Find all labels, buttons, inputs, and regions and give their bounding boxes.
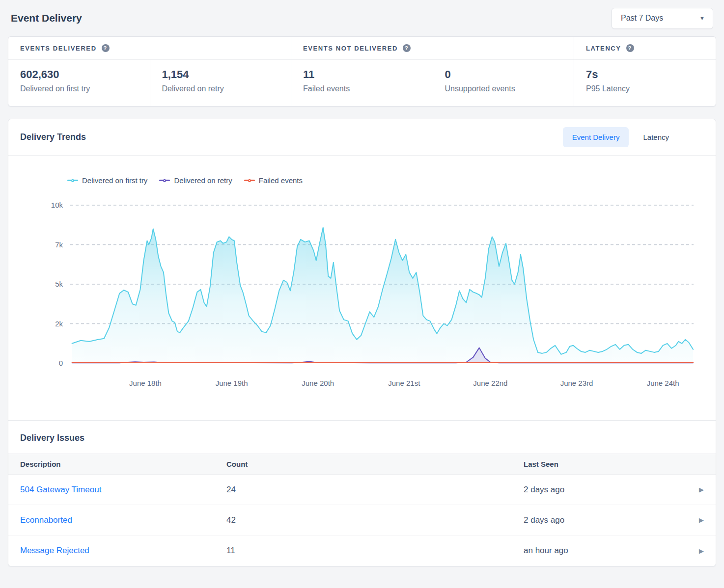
help-icon[interactable]: ? bbox=[626, 44, 634, 52]
issue-last-seen: an hour ago bbox=[524, 546, 676, 556]
x-axis-tick: June 21st bbox=[388, 379, 420, 387]
x-axis-tick: June 24th bbox=[647, 379, 679, 387]
issue-link[interactable]: 504 Gateway Timeout bbox=[20, 485, 101, 494]
date-range-value: Past 7 Days bbox=[621, 14, 663, 23]
issue-count: 24 bbox=[226, 485, 524, 495]
metric-label: Delivered on retry bbox=[162, 84, 279, 93]
stat-group-header: EVENTS NOT DELIVERED ? bbox=[291, 37, 574, 60]
issue-last-seen: 2 days ago bbox=[524, 515, 676, 525]
stat-group-label: EVENTS DELIVERED bbox=[20, 45, 97, 52]
delivery-trends-card: Delivery Trends Event Delivery Latency D… bbox=[8, 119, 716, 566]
stat-group-latency: LATENCY ? 7s P95 Latency bbox=[574, 37, 716, 106]
y-axis-tick: 5k bbox=[55, 280, 63, 288]
issues-table-header: Description Count Last Seen bbox=[8, 454, 716, 475]
stat-group-header: LATENCY ? bbox=[574, 37, 716, 60]
legend-marker-icon bbox=[244, 177, 255, 184]
chevron-right-icon[interactable]: ▶ bbox=[676, 486, 704, 493]
delivery-issues-title: Delivery Issues bbox=[8, 421, 716, 454]
legend-item-delivered-retry[interactable]: Delivered on retry bbox=[159, 176, 232, 185]
y-axis-tick: 2k bbox=[55, 320, 63, 328]
series-area-0 bbox=[72, 228, 693, 363]
metric-value: 7s bbox=[586, 68, 704, 81]
x-axis-tick: June 23rd bbox=[560, 379, 593, 387]
stat-metrics: 11 Failed events 0 Unsupported events bbox=[291, 60, 574, 106]
metric-value: 1,154 bbox=[162, 68, 279, 81]
column-header-count: Count bbox=[226, 460, 524, 468]
delivery-trends-header: Delivery Trends Event Delivery Latency bbox=[8, 119, 716, 156]
help-icon[interactable]: ? bbox=[403, 44, 411, 52]
stat-group-events-delivered: EVENTS DELIVERED ? 602,630 Delivered on … bbox=[8, 37, 291, 106]
y-axis-tick: 10k bbox=[51, 201, 63, 209]
issue-link[interactable]: Message Rejected bbox=[20, 546, 89, 555]
chart-area: 02k5k7k10kJune 18thJune 19thJune 20thJun… bbox=[8, 187, 716, 420]
stat-group-header: EVENTS DELIVERED ? bbox=[8, 37, 291, 60]
metric-failed-events: 11 Failed events bbox=[291, 60, 433, 106]
table-row[interactable]: Econnaborted 42 2 days ago ▶ bbox=[8, 505, 716, 535]
x-axis-tick: June 18th bbox=[129, 379, 162, 387]
page-header: Event Delivery Past 7 Days ▼ bbox=[8, 0, 716, 30]
legend-marker-icon bbox=[67, 177, 78, 184]
issue-count: 42 bbox=[226, 515, 524, 525]
metric-label: P95 Latency bbox=[586, 84, 704, 93]
legend-item-failed-events[interactable]: Failed events bbox=[244, 176, 303, 185]
issue-last-seen: 2 days ago bbox=[524, 485, 676, 495]
chevron-right-icon[interactable]: ▶ bbox=[676, 547, 704, 555]
stat-metrics: 7s P95 Latency bbox=[574, 60, 716, 106]
issue-link[interactable]: Econnaborted bbox=[20, 515, 72, 525]
metric-label: Failed events bbox=[303, 84, 421, 93]
table-row[interactable]: 504 Gateway Timeout 24 2 days ago ▶ bbox=[8, 475, 716, 505]
trends-tabs: Event Delivery Latency bbox=[563, 127, 678, 147]
table-row[interactable]: Message Rejected 11 an hour ago ▶ bbox=[8, 535, 716, 566]
x-axis-tick: June 19th bbox=[216, 379, 248, 387]
metric-unsupported-events: 0 Unsupported events bbox=[433, 60, 574, 106]
page-title: Event Delivery bbox=[11, 12, 82, 24]
tab-latency[interactable]: Latency bbox=[634, 127, 678, 147]
metric-p95-latency: 7s P95 Latency bbox=[574, 60, 716, 106]
issue-count: 11 bbox=[226, 546, 524, 556]
stat-metrics: 602,630 Delivered on first try 1,154 Del… bbox=[8, 60, 291, 106]
stat-group-label: LATENCY bbox=[586, 45, 621, 52]
help-icon[interactable]: ? bbox=[102, 44, 110, 52]
chevron-down-icon: ▼ bbox=[699, 15, 705, 21]
stat-group-label: EVENTS NOT DELIVERED bbox=[303, 45, 398, 52]
x-axis-tick: June 22nd bbox=[473, 379, 507, 387]
legend-label: Failed events bbox=[259, 176, 303, 185]
legend-label: Delivered on retry bbox=[174, 176, 232, 185]
y-axis-tick: 0 bbox=[59, 359, 63, 367]
y-axis-tick: 7k bbox=[55, 241, 63, 249]
chevron-right-icon[interactable]: ▶ bbox=[676, 516, 704, 524]
metric-delivered-retry: 1,154 Delivered on retry bbox=[150, 60, 291, 106]
metric-value: 11 bbox=[303, 68, 421, 81]
metric-delivered-first-try: 602,630 Delivered on first try bbox=[8, 60, 150, 106]
delivery-issues-section: Delivery Issues Description Count Last S… bbox=[8, 420, 716, 566]
legend-item-delivered-first-try[interactable]: Delivered on first try bbox=[67, 176, 147, 185]
metric-label: Unsupported events bbox=[445, 84, 562, 93]
stats-summary-card: EVENTS DELIVERED ? 602,630 Delivered on … bbox=[8, 36, 716, 107]
date-range-dropdown[interactable]: Past 7 Days ▼ bbox=[612, 8, 713, 29]
legend-label: Delivered on first try bbox=[82, 176, 147, 185]
metric-label: Delivered on first try bbox=[20, 84, 138, 93]
metric-value: 0 bbox=[445, 68, 562, 81]
x-axis-tick: June 20th bbox=[302, 379, 334, 387]
chart-legend: Delivered on first try Delivered on retr… bbox=[67, 176, 716, 185]
delivery-trends-title: Delivery Trends bbox=[20, 132, 86, 142]
metric-value: 602,630 bbox=[20, 68, 138, 81]
stat-group-events-not-delivered: EVENTS NOT DELIVERED ? 11 Failed events … bbox=[291, 37, 574, 106]
column-header-description: Description bbox=[20, 460, 226, 468]
trends-chart[interactable]: 02k5k7k10kJune 18thJune 19thJune 20thJun… bbox=[8, 187, 716, 403]
column-header-last-seen: Last Seen bbox=[524, 460, 676, 468]
legend-marker-icon bbox=[159, 177, 170, 184]
tab-event-delivery[interactable]: Event Delivery bbox=[563, 127, 629, 147]
